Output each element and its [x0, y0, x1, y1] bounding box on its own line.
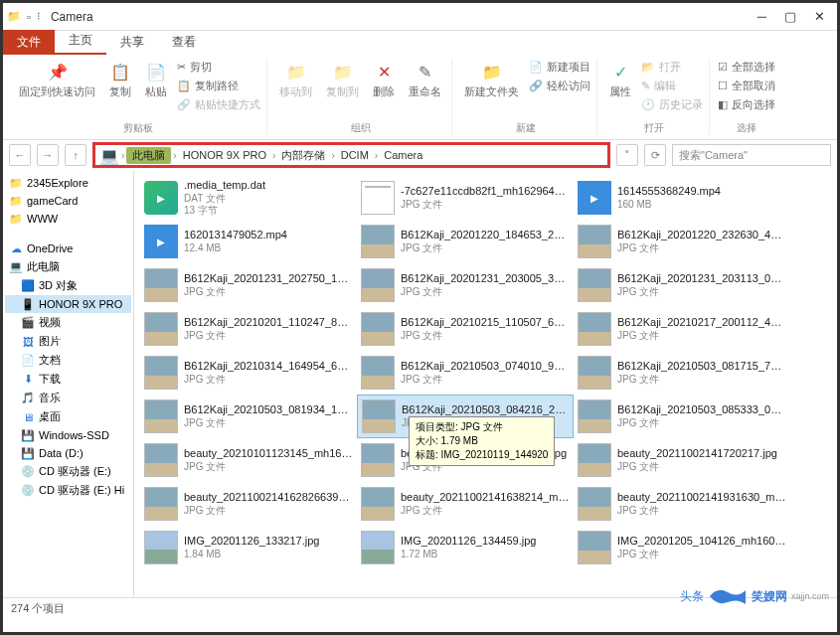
- tree-item[interactable]: 🖼图片: [5, 332, 131, 351]
- tab-view[interactable]: 查看: [158, 30, 210, 55]
- qat-dropdown-icon[interactable]: ⁝: [37, 10, 41, 23]
- nav-up-button[interactable]: ↑: [65, 144, 86, 166]
- chevron-right-icon[interactable]: ›: [373, 150, 380, 161]
- tree-label: 音乐: [39, 391, 61, 405]
- file-item[interactable]: B612Kaji_20210503_074010_966.jpgJPG 文件: [357, 351, 574, 395]
- file-item[interactable]: ▶1620131479052.mp412.4 MB: [140, 220, 357, 263]
- chevron-right-icon[interactable]: ›: [119, 150, 126, 161]
- invert-button[interactable]: ◧ 反向选择: [718, 96, 775, 113]
- pin-button[interactable]: 📌固定到快速访问: [15, 59, 99, 101]
- file-item[interactable]: B612Kaji_20210503_085333_072_mr162002174…: [574, 395, 790, 438]
- maximize-button[interactable]: ▢: [784, 9, 796, 24]
- delete-button[interactable]: ✕删除: [369, 59, 399, 101]
- file-item[interactable]: IMG_20201126_134459.jpg1.72 MB: [357, 526, 574, 569]
- file-item[interactable]: IMG_20201126_133217.jpg1.84 MB: [140, 526, 357, 569]
- minimize-button[interactable]: ─: [757, 9, 766, 24]
- tree-item[interactable]: ⬇下载: [5, 370, 131, 389]
- tree-icon: 📱: [21, 297, 35, 311]
- copyto-button[interactable]: 📁复制到: [322, 59, 363, 101]
- easyaccess-button[interactable]: 🔗 轻松访问: [529, 78, 590, 94]
- file-item[interactable]: B612Kaji_20210215_110507_695.jpgJPG 文件: [357, 307, 574, 351]
- addr-dropdown-button[interactable]: ˅: [616, 144, 638, 166]
- file-item[interactable]: beauty_20210101123145_mh1609479920507.jp…: [140, 438, 357, 482]
- search-input[interactable]: 搜索"Camera": [672, 144, 831, 166]
- file-item[interactable]: B612Kaji_20210503_081934_169_mr162002198…: [140, 395, 357, 438]
- file-item[interactable]: -7c627e11ccdb82f1_mh1629641102037.jpgJPG…: [357, 176, 574, 220]
- tree-item[interactable]: 🖥桌面: [5, 407, 131, 426]
- chevron-right-icon[interactable]: ›: [171, 150, 178, 161]
- file-item[interactable]: B612Kaji_20201231_202750_185.jpgJPG 文件: [140, 263, 357, 307]
- tree-item[interactable]: 📱HONOR 9X PRO: [5, 295, 131, 313]
- paste-button[interactable]: 📄粘贴: [141, 59, 171, 101]
- file-item[interactable]: B612Kaji_20201220_184653_288_mr160846195…: [357, 220, 574, 263]
- file-thumb: [361, 531, 395, 564]
- file-item[interactable]: beauty_20211002141720217.jpgJPG 文件: [574, 438, 790, 482]
- file-type: JPG 文件: [184, 505, 353, 517]
- properties-button[interactable]: ✓属性: [605, 59, 635, 101]
- tree-label: OneDrive: [27, 242, 73, 254]
- tree-item[interactable]: 💻此电脑: [5, 257, 131, 276]
- tab-file[interactable]: 文件: [3, 30, 55, 55]
- address-bar[interactable]: 💻 › 此电脑 › HONOR 9X PRO › 内部存储 › DCIM › C…: [92, 142, 610, 168]
- close-button[interactable]: ✕: [814, 9, 825, 24]
- tree-label: 下载: [39, 372, 61, 387]
- file-item[interactable]: beauty_20211002141628266399_mr1633005615…: [140, 482, 357, 526]
- chevron-right-icon[interactable]: ›: [270, 150, 277, 161]
- history-button[interactable]: 🕐 历史记录: [641, 96, 703, 113]
- open-button[interactable]: 📂 打开: [641, 59, 703, 76]
- breadcrumb-device[interactable]: HONOR 9X PRO: [179, 149, 270, 161]
- selectall-button[interactable]: ☑ 全部选择: [718, 59, 775, 76]
- file-list: 项目类型: JPG 文件 大小: 1.79 MB 标题: IMG_2021011…: [134, 170, 837, 597]
- tree-item[interactable]: 🎬视频: [5, 313, 131, 332]
- file-item[interactable]: B612Kaji_20210201_110247_886.jpgJPG 文件: [140, 307, 357, 351]
- tree-item[interactable]: 💾Windows-SSD: [5, 426, 131, 444]
- breadcrumb-pc[interactable]: 此电脑: [126, 147, 171, 164]
- tab-share[interactable]: 共享: [106, 30, 158, 55]
- tree-item[interactable]: 💾Data (D:): [5, 444, 131, 462]
- breadcrumb-storage[interactable]: 内部存储: [277, 148, 329, 163]
- selectnone-button[interactable]: ☐ 全部取消: [718, 78, 775, 94]
- copy-button[interactable]: 📋复制: [105, 59, 135, 101]
- file-item[interactable]: IMG_20201205_104126_mh1607166459.jpgJPG …: [574, 526, 790, 569]
- file-item[interactable]: B612Kaji_20210314_164954_622.jpgJPG 文件: [140, 351, 357, 395]
- chevron-right-icon[interactable]: ›: [329, 150, 336, 161]
- file-item[interactable]: B612Kaji_20201220_232630_417.jpgJPG 文件: [574, 220, 790, 263]
- file-item[interactable]: ▶.media_temp.datDAT 文件13 字节: [140, 176, 357, 220]
- file-thumb: [578, 268, 611, 302]
- breadcrumb-camera[interactable]: Camera: [380, 149, 426, 161]
- nav-fwd-button[interactable]: →: [37, 144, 59, 166]
- file-item[interactable]: beauty_20211002141931630_mh1633179339702…: [574, 482, 790, 526]
- newitem-button[interactable]: 📄 新建项目: [529, 59, 590, 76]
- file-item[interactable]: ▶1614555368249.mp4160 MB: [574, 176, 790, 220]
- qat-file-icon[interactable]: ▫: [27, 11, 31, 23]
- tree-item[interactable]: 💿CD 驱动器 (E:) Hi: [5, 481, 131, 500]
- tree-item[interactable]: 💿CD 驱动器 (E:): [5, 462, 131, 481]
- file-item[interactable]: B612Kaji_20201231_203005_303.jpgJPG 文件: [357, 263, 574, 307]
- file-thumb: [361, 181, 395, 215]
- file-item[interactable]: beauty_20211002141638214_mr1633179059303…: [357, 482, 574, 526]
- nav-back-button[interactable]: ←: [9, 144, 31, 166]
- tree-item[interactable]: 📄文档: [5, 351, 131, 370]
- refresh-button[interactable]: ⟳: [644, 144, 666, 166]
- newfolder-button[interactable]: 📁新建文件夹: [460, 59, 523, 101]
- tree-item[interactable]: 📁gameCard: [5, 192, 131, 210]
- file-item[interactable]: B612Kaji_20201231_203113_080.jpgJPG 文件: [574, 263, 790, 307]
- tree-item[interactable]: 📁2345Explore: [5, 174, 131, 192]
- tab-home[interactable]: 主页: [55, 28, 106, 55]
- moveto-button[interactable]: 📁移动到: [275, 59, 316, 101]
- tree-label: CD 驱动器 (E:) Hi: [39, 483, 124, 498]
- breadcrumb-dcim[interactable]: DCIM: [337, 149, 373, 161]
- tree-item[interactable]: 🎵音乐: [5, 389, 131, 407]
- cut-button[interactable]: ✂ 剪切: [177, 59, 260, 76]
- tree-item[interactable]: 📁WWW: [5, 210, 131, 228]
- file-type: 160 MB: [617, 199, 721, 211]
- tree-item[interactable]: 🟦3D 对象: [5, 276, 131, 295]
- file-thumb: [361, 312, 395, 346]
- file-item[interactable]: B612Kaji_20210217_200112_412_mr161356479…: [574, 307, 790, 351]
- rename-button[interactable]: ✎重命名: [405, 59, 445, 101]
- copypath-button[interactable]: 📋 复制路径: [177, 78, 260, 94]
- pasteshortcut-button[interactable]: 🔗 粘贴快捷方式: [177, 96, 260, 113]
- tree-item[interactable]: ☁OneDrive: [5, 239, 131, 257]
- edit-button[interactable]: ✎ 编辑: [641, 78, 703, 94]
- file-item[interactable]: B612Kaji_20210503_081715_745.jpgJPG 文件: [574, 351, 790, 395]
